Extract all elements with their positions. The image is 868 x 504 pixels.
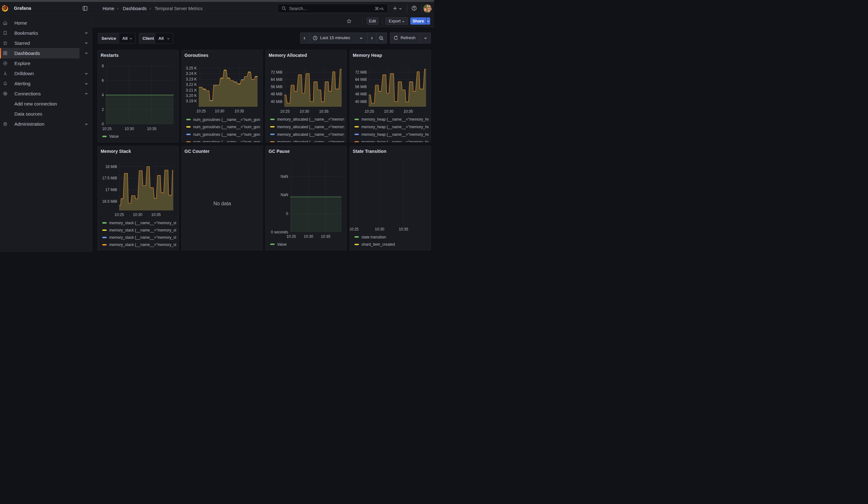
svg-text:10:25: 10:25: [350, 227, 359, 232]
svg-text:40 MiB: 40 MiB: [355, 99, 366, 104]
svg-text:10:30: 10:30: [215, 109, 224, 113]
svg-text:10:35: 10:35: [147, 127, 157, 131]
svg-text:memory_allocated {__name__="me: memory_allocated {__name__="memory_alloc…: [277, 140, 347, 143]
svg-text:10:25: 10:25: [280, 109, 290, 113]
svg-text:4: 4: [102, 93, 104, 97]
svg-text:0: 0: [102, 122, 104, 126]
svg-text:17.5 MiB: 17.5 MiB: [102, 176, 117, 180]
svg-text:memory_heap {__name__="memory_: memory_heap {__name__="memory_heap", ser…: [361, 140, 431, 143]
svg-text:17 MiB: 17 MiB: [105, 187, 117, 192]
svg-text:6: 6: [102, 78, 104, 82]
svg-text:memory_stack {__name__="memory: memory_stack {__name__="memory_stack", s…: [109, 243, 179, 247]
svg-text:num_goroutines {__name__="num_: num_goroutines {__name__="num_goroutines…: [193, 125, 262, 129]
svg-text:NaN: NaN: [281, 174, 288, 179]
svg-text:memory_allocated {__name__="me: memory_allocated {__name__="memory_alloc…: [277, 132, 347, 136]
svg-text:0: 0: [286, 212, 288, 216]
svg-text:64 MiB: 64 MiB: [355, 77, 366, 81]
svg-text:10:35: 10:35: [319, 109, 329, 113]
svg-text:48 MiB: 48 MiB: [271, 92, 282, 96]
svg-text:memory_allocated {__name__="me: memory_allocated {__name__="memory_alloc…: [277, 117, 347, 122]
svg-text:10:25: 10:25: [115, 213, 124, 217]
svg-text:10:30: 10:30: [375, 227, 384, 232]
svg-text:8: 8: [102, 63, 104, 68]
svg-text:16.5 MiB: 16.5 MiB: [102, 199, 117, 204]
svg-text:10:35: 10:35: [234, 109, 244, 113]
svg-text:3.20 K: 3.20 K: [186, 93, 197, 97]
svg-text:Value: Value: [109, 134, 119, 138]
svg-text:Value: Value: [277, 242, 287, 247]
svg-text:state transition: state transition: [361, 235, 386, 239]
svg-text:memory_stack {__name__="memory: memory_stack {__name__="memory_stack", s…: [109, 235, 179, 240]
svg-text:num_goroutines {__name__="num_: num_goroutines {__name__="num_goroutines…: [193, 117, 262, 122]
svg-text:10:25: 10:25: [102, 127, 112, 131]
svg-text:memory_heap {__name__="memory_: memory_heap {__name__="memory_heap", ser…: [361, 124, 431, 129]
svg-text:3.19 K: 3.19 K: [186, 99, 197, 103]
svg-text:2: 2: [102, 107, 104, 112]
svg-text:3.23 K: 3.23 K: [186, 77, 197, 81]
svg-text:10:25: 10:25: [196, 109, 206, 113]
svg-text:10:30: 10:30: [304, 234, 313, 239]
svg-text:10:30: 10:30: [384, 109, 393, 113]
svg-text:NaN: NaN: [281, 193, 288, 197]
svg-text:18 MiB: 18 MiB: [105, 165, 117, 169]
svg-text:3.24 K: 3.24 K: [186, 71, 197, 76]
svg-text:10:30: 10:30: [300, 109, 309, 113]
svg-text:memory_allocated {__name__="me: memory_allocated {__name__="memory_alloc…: [277, 124, 347, 129]
svg-text:memory_stack {__name__="memory: memory_stack {__name__="memory_stack", s…: [109, 228, 179, 233]
svg-text:56 MiB: 56 MiB: [271, 85, 282, 89]
svg-text:40 MiB: 40 MiB: [271, 99, 282, 104]
svg-text:memory_heap {__name__="memory_: memory_heap {__name__="memory_heap", ser…: [361, 132, 431, 136]
svg-text:72 MiB: 72 MiB: [355, 70, 366, 74]
svg-text:memory_heap {__name__="memory_: memory_heap {__name__="memory_heap", ser…: [361, 117, 431, 122]
svg-text:memory_stack {__name__="memory: memory_stack {__name__="memory_stack", s…: [109, 221, 179, 225]
svg-text:3.22 K: 3.22 K: [186, 82, 197, 87]
svg-text:64 MiB: 64 MiB: [271, 77, 282, 81]
svg-text:num_goroutines {__name__="num_: num_goroutines {__name__="num_goroutines…: [193, 140, 262, 142]
svg-text:10:35: 10:35: [399, 227, 408, 232]
svg-text:num_goroutines {__name__="num_: num_goroutines {__name__="num_goroutines…: [193, 132, 262, 136]
svg-text:10:30: 10:30: [124, 127, 134, 131]
svg-text:10:25: 10:25: [286, 234, 296, 239]
svg-text:shard_item_created: shard_item_created: [361, 242, 395, 247]
svg-text:10:25: 10:25: [364, 109, 374, 113]
svg-text:10:35: 10:35: [321, 234, 330, 239]
svg-text:3.25 K: 3.25 K: [186, 66, 197, 70]
svg-text:48 MiB: 48 MiB: [355, 92, 366, 96]
svg-text:10:35: 10:35: [151, 213, 161, 217]
svg-text:10:30: 10:30: [133, 213, 142, 217]
svg-text:56 MiB: 56 MiB: [355, 85, 366, 89]
svg-text:72 MiB: 72 MiB: [271, 70, 282, 74]
svg-text:0 seconds: 0 seconds: [271, 230, 288, 234]
svg-text:10:35: 10:35: [403, 109, 413, 113]
svg-text:3.21 K: 3.21 K: [186, 88, 197, 92]
